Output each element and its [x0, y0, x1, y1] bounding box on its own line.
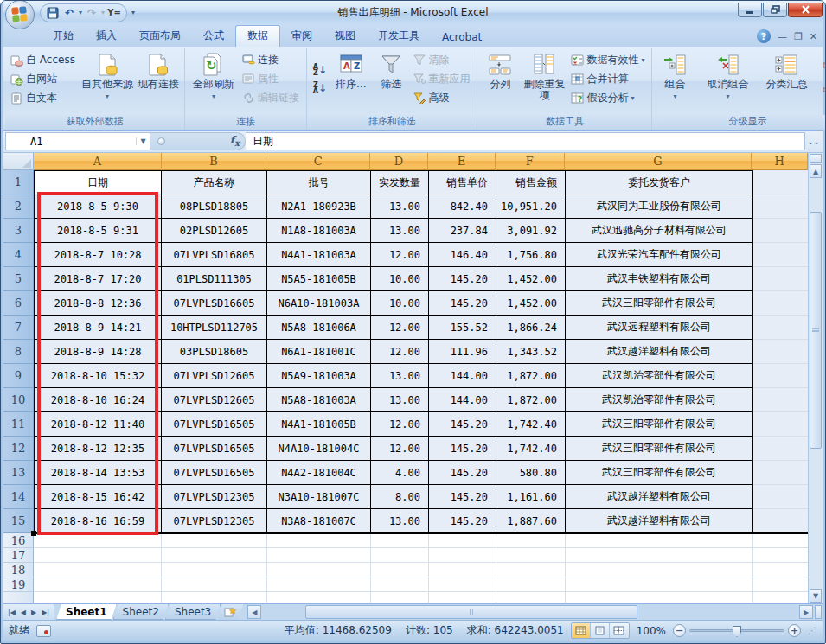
cell-C16[interactable]: [267, 533, 371, 548]
cell-C17[interactable]: [267, 548, 371, 563]
cell-F[interactable]: [496, 592, 566, 603]
cell-A17[interactable]: [34, 548, 162, 563]
formula-input[interactable]: 日期: [246, 132, 805, 150]
row-header-4[interactable]: 4: [3, 243, 34, 267]
zoom-slider-thumb[interactable]: [733, 626, 741, 637]
restore-button[interactable]: [763, 3, 787, 17]
name-box[interactable]: A1 ▼: [5, 132, 150, 150]
cell-E6[interactable]: 145.20: [429, 291, 496, 316]
consolidate-button[interactable]: 合并计算: [569, 70, 648, 88]
cell-D8[interactable]: 12.00: [371, 340, 429, 364]
cell-A2[interactable]: 2018-8-5 9:30: [34, 194, 162, 219]
cell-D2[interactable]: 13.00: [371, 194, 429, 219]
cell-H13[interactable]: [753, 461, 808, 485]
cell-B[interactable]: [162, 592, 267, 603]
text-to-columns-button[interactable]: 分列: [481, 51, 519, 112]
cell-A14[interactable]: 2018-8-15 16:42: [34, 485, 162, 509]
vertical-scrollbar[interactable]: ▲ ▼: [808, 153, 823, 603]
ribbon-tab-公式[interactable]: 公式: [192, 26, 235, 47]
cell-A9[interactable]: 2018-8-10 15:32: [34, 364, 162, 388]
redo-dropdown-icon[interactable]: ▾: [101, 9, 105, 16]
zoom-level[interactable]: 100%: [637, 625, 666, 637]
edit-links-button[interactable]: 编辑链接: [240, 89, 303, 107]
cell-C4[interactable]: N4A1-181003A: [267, 243, 371, 267]
group-label[interactable]: 分级显示: [652, 115, 826, 130]
cell-C5[interactable]: N5A5-181005B: [267, 267, 371, 291]
group-label[interactable]: 排序和筛选: [307, 115, 477, 130]
cell-G13[interactable]: 武汉三阳零部件有限公司: [566, 461, 753, 485]
cell-E9[interactable]: 144.00: [429, 364, 496, 388]
row-header-12[interactable]: 12: [3, 437, 34, 461]
row-header-13[interactable]: 13: [3, 461, 34, 485]
filter-quick-icon[interactable]: Y=: [107, 6, 121, 20]
sheet-tab-Sheet2[interactable]: Sheet2: [113, 604, 169, 620]
cell-H18[interactable]: [753, 563, 808, 577]
cell-C3[interactable]: N1A8-181003A: [267, 219, 371, 243]
first-sheet-icon[interactable]: |◀: [6, 609, 17, 616]
show-detail-icon[interactable]: [820, 59, 826, 76]
cell-G10[interactable]: 武汉凯治零部件有限公司: [566, 388, 753, 412]
cell-F7[interactable]: 1,866.24: [496, 316, 566, 340]
ribbon-tab-插入[interactable]: 插入: [85, 26, 128, 47]
cell-E7[interactable]: 155.52: [429, 316, 496, 340]
cell-H3[interactable]: [753, 219, 808, 243]
cell-H10[interactable]: [753, 388, 808, 412]
fill-handle[interactable]: [31, 531, 36, 536]
row-header-19[interactable]: 19: [3, 577, 34, 592]
cell-F4[interactable]: 1,756.80: [496, 243, 566, 267]
save-icon[interactable]: [46, 6, 60, 20]
cell-G18[interactable]: [566, 563, 753, 577]
cell-F6[interactable]: 1,452.00: [496, 291, 566, 316]
qat-customize-icon[interactable]: ▾: [131, 9, 135, 16]
redo-icon[interactable]: ↷: [85, 6, 99, 20]
cell-F14[interactable]: 1,161.60: [496, 485, 566, 509]
scrollbar-split-handle[interactable]: [810, 154, 822, 163]
cell-E1[interactable]: 销售单价: [429, 170, 496, 194]
cell-B1[interactable]: 产品名称: [162, 170, 267, 194]
column-header-B[interactable]: B: [162, 153, 267, 170]
data-validation-button[interactable]: 数据有效性▾: [569, 51, 648, 69]
cell-E19[interactable]: [429, 577, 496, 592]
cell-B8[interactable]: 03PLSD18605: [162, 340, 267, 364]
cell-D16[interactable]: [371, 533, 429, 548]
cell-H1[interactable]: [753, 170, 808, 194]
ribbon-tab-Acrobat[interactable]: Acrobat: [431, 29, 493, 47]
cell-A11[interactable]: 2018-8-12 11:40: [34, 412, 162, 437]
scroll-left-icon[interactable]: ◀: [247, 605, 261, 619]
row-header-9[interactable]: 9: [3, 364, 34, 388]
scroll-up-icon[interactable]: ▲: [810, 164, 822, 178]
cell-D19[interactable]: [371, 577, 429, 592]
cell-B4[interactable]: 07LVPLSD16805: [162, 243, 267, 267]
cell-E5[interactable]: 145.20: [429, 267, 496, 291]
group-label[interactable]: 连接: [185, 115, 306, 130]
horizontal-scrollbar[interactable]: ◀ ▶: [247, 604, 823, 620]
cell-G1[interactable]: 委托发货客户: [566, 170, 753, 194]
workbook-close-icon[interactable]: ✕: [810, 32, 817, 41]
cell-H14[interactable]: [753, 485, 808, 509]
cell-C1[interactable]: 批号: [267, 170, 371, 194]
cell-E15[interactable]: 145.20: [429, 509, 496, 533]
row-header-filler[interactable]: [3, 592, 34, 603]
cell-G15[interactable]: 武汉越洋塑料有限公司: [566, 509, 753, 533]
page-break-view-icon[interactable]: [610, 623, 629, 638]
cell-D5[interactable]: 10.00: [371, 267, 429, 291]
ribbon-tab-数据[interactable]: 数据: [235, 25, 280, 47]
last-sheet-icon[interactable]: ▶|: [40, 609, 51, 616]
what-if-analysis-button[interactable]: ? 假设分析▾: [569, 89, 648, 107]
group-label[interactable]: 数据工具: [477, 115, 651, 130]
cell-F18[interactable]: [496, 563, 566, 577]
cell-A12[interactable]: 2018-8-12 12:35: [34, 437, 162, 461]
cell-D4[interactable]: 12.00: [371, 243, 429, 267]
cell-E2[interactable]: 842.40: [429, 194, 496, 219]
cell-B11[interactable]: 07LVPLSD16505: [162, 412, 267, 437]
cell-C2[interactable]: N2A1-180923B: [267, 194, 371, 219]
cell-E14[interactable]: 145.20: [429, 485, 496, 509]
workbook-restore-icon[interactable]: ❐: [794, 32, 803, 41]
cell-C11[interactable]: N4A1-181005B: [267, 412, 371, 437]
cell-B2[interactable]: 08PLSD18805: [162, 194, 267, 219]
row-header-1[interactable]: 1: [3, 170, 34, 194]
cell-B10[interactable]: 07LVPLSD12605: [162, 388, 267, 412]
from-other-sources-button[interactable]: 自其他来源 ▾: [80, 51, 134, 112]
row-header-14[interactable]: 14: [3, 485, 34, 509]
cell-D17[interactable]: [371, 548, 429, 563]
